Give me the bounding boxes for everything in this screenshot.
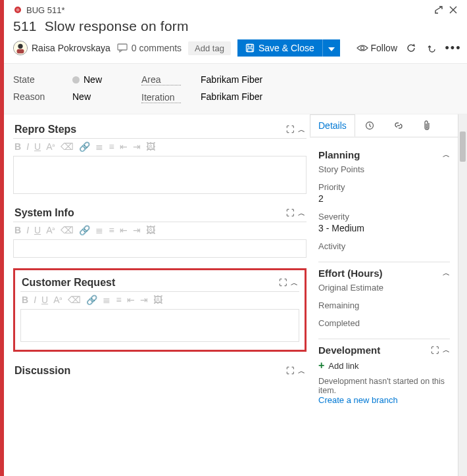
follow-button[interactable]: Follow (356, 43, 397, 53)
customer-request-heading: Customer Request (22, 277, 115, 289)
expand-icon[interactable]: ⛶ (286, 208, 293, 218)
chevron-up-icon[interactable]: ︿ (298, 208, 305, 218)
bullet-list-icon[interactable]: ≣ (95, 141, 103, 152)
underline-icon[interactable]: U (34, 141, 41, 152)
font-icon[interactable]: Aᵃ (53, 295, 62, 305)
tab-links[interactable] (384, 114, 413, 137)
bold-icon[interactable]: B (14, 141, 21, 152)
severity-value: 3 - Medium (318, 223, 450, 233)
clear-format-icon[interactable]: ⌫ (61, 225, 74, 235)
svg-rect-5 (118, 44, 127, 50)
chevron-up-icon[interactable]: ︿ (291, 278, 298, 288)
repro-steps-editor[interactable] (13, 156, 307, 194)
chevron-up-icon[interactable]: ︿ (298, 366, 305, 376)
editor-toolbar[interactable]: B I U Aᵃ ⌫ 🔗 ≣ ≡ ⇤ ⇥ 🖼 (13, 138, 307, 155)
tab-details[interactable]: Details (310, 114, 355, 137)
image-icon[interactable]: 🖼 (153, 295, 162, 305)
indent-icon[interactable]: ⇥ (133, 141, 141, 152)
refresh-icon[interactable] (404, 41, 418, 55)
chevron-up-icon[interactable]: ︿ (443, 150, 450, 160)
add-link-button[interactable]: + Add link (318, 360, 450, 371)
chevron-up-icon[interactable]: ︿ (298, 125, 305, 135)
expand-icon[interactable]: ⛶ (286, 125, 293, 134)
state-value: New (84, 74, 102, 85)
outdent-icon[interactable]: ⇤ (127, 295, 135, 305)
image-icon[interactable]: 🖼 (146, 225, 155, 235)
scrollbar[interactable] (458, 114, 467, 476)
effort-heading: Effort (Hours) (318, 268, 383, 279)
right-column: Details Planning (310, 114, 458, 476)
link-icon[interactable]: 🔗 (79, 225, 90, 235)
fullscreen-icon[interactable] (431, 3, 446, 17)
scroll-thumb[interactable] (460, 131, 466, 162)
expand-icon[interactable]: ⛶ (286, 366, 293, 375)
bold-icon[interactable]: B (22, 295, 28, 305)
indent-icon[interactable]: ⇥ (140, 295, 148, 305)
italic-icon[interactable]: I (26, 141, 29, 152)
add-tag-button[interactable]: Add tag (188, 41, 231, 55)
assignee-picker[interactable]: Raisa Pokrovskaya (13, 41, 111, 55)
chevron-up-icon[interactable]: ︿ (443, 345, 450, 355)
underline-icon[interactable]: U (34, 225, 41, 235)
system-info-editor[interactable] (13, 239, 307, 258)
save-close-button[interactable]: Save & Close (237, 39, 340, 57)
completed-field[interactable]: Completed (318, 318, 450, 328)
state-picker[interactable]: New (72, 74, 102, 85)
save-close-main[interactable]: Save & Close (237, 39, 322, 57)
tab-history[interactable] (355, 114, 384, 137)
work-item-label: BUG 511* (26, 5, 65, 15)
severity-field[interactable]: Severity 3 - Medium (318, 212, 450, 233)
remaining-field[interactable]: Remaining (318, 300, 450, 310)
font-icon[interactable]: Aᵃ (46, 225, 55, 235)
priority-field[interactable]: Priority 2 (318, 182, 450, 204)
assignee-name: Raisa Pokrovskaya (32, 43, 111, 53)
clear-format-icon[interactable]: ⌫ (61, 141, 74, 152)
reason-value[interactable]: New (72, 91, 102, 102)
topbar: BUG 511* (4, 0, 467, 17)
title-row[interactable]: 511 Slow response on form (4, 17, 467, 39)
link-icon[interactable]: 🔗 (79, 141, 90, 152)
bold-icon[interactable]: B (14, 225, 21, 235)
save-dropdown[interactable] (322, 39, 340, 57)
iteration-value[interactable]: Fabrikam Fiber (201, 91, 262, 102)
indent-icon[interactable]: ⇥ (133, 225, 141, 235)
italic-icon[interactable]: I (26, 225, 29, 235)
undo-icon[interactable] (425, 41, 439, 55)
link-icon[interactable]: 🔗 (86, 295, 97, 305)
italic-icon[interactable]: I (34, 295, 36, 305)
editor-toolbar[interactable]: B I U Aᵃ ⌫ 🔗 ≣ ≡ ⇤ ⇥ 🖼 (13, 222, 307, 238)
dev-empty-message: Development hasn't started on this item. (318, 377, 450, 395)
image-icon[interactable]: 🖼 (146, 141, 155, 152)
customer-request-editor[interactable] (20, 309, 299, 342)
activity-field[interactable]: Activity (318, 241, 450, 251)
outdent-icon[interactable]: ⇤ (120, 225, 128, 235)
area-value[interactable]: Fabrikam Fiber (201, 74, 262, 85)
development-heading: Development (318, 345, 380, 356)
comments-button[interactable]: 0 comments (117, 43, 182, 53)
svg-rect-7 (248, 45, 252, 47)
system-info-heading: System Info (14, 207, 74, 219)
number-list-icon[interactable]: ≡ (109, 141, 114, 152)
right-pane: Planning ︿ Story Points Priority 2 Se (310, 137, 458, 476)
clear-format-icon[interactable]: ⌫ (68, 295, 81, 305)
bullet-list-icon[interactable]: ≣ (103, 295, 111, 305)
more-actions-icon[interactable]: ••• (446, 41, 460, 55)
create-branch-link[interactable]: Create a new branch (318, 395, 450, 405)
font-icon[interactable]: Aᵃ (46, 141, 55, 152)
iteration-label: Iteration (141, 92, 181, 103)
underline-icon[interactable]: U (41, 295, 48, 305)
close-icon[interactable] (446, 3, 460, 17)
outdent-icon[interactable]: ⇤ (120, 141, 128, 152)
expand-icon[interactable]: ⛶ (431, 346, 437, 355)
bullet-list-icon[interactable]: ≣ (95, 225, 103, 235)
chevron-up-icon[interactable]: ︿ (443, 268, 450, 278)
number-list-icon[interactable]: ≡ (109, 225, 114, 235)
story-points-field[interactable]: Story Points (318, 164, 450, 174)
remaining-label: Remaining (318, 300, 450, 310)
tab-attachments[interactable] (413, 114, 441, 137)
editor-toolbar[interactable]: B I U Aᵃ ⌫ 🔗 ≣ ≡ ⇤ ⇥ 🖼 (20, 291, 299, 308)
original-estimate-field[interactable]: Original Estimate (318, 283, 450, 293)
left-column: Repro Steps ⛶ ︿ B I U Aᵃ ⌫ 🔗 ≣ ≡ (4, 114, 310, 476)
number-list-icon[interactable]: ≡ (116, 295, 121, 305)
expand-icon[interactable]: ⛶ (279, 278, 285, 287)
